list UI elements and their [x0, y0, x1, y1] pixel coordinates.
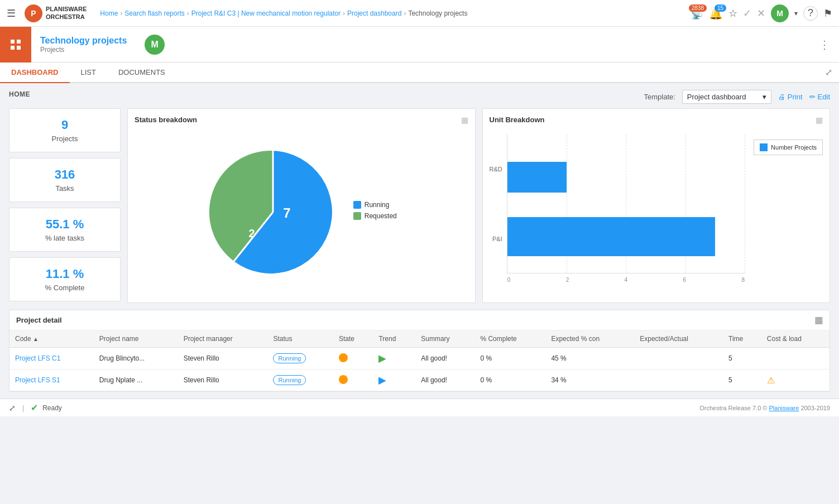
table-row: Project LFS C1 Drug Blincyto... Steven R… [9, 348, 830, 369]
project-detail-menu[interactable]: ▦ [814, 315, 823, 325]
row1-code-link[interactable]: Project LFS C1 [15, 354, 60, 362]
bar-rd [507, 162, 567, 193]
notifications-btn[interactable]: 📡 2838 [689, 7, 703, 20]
row1-time: 5 [723, 348, 761, 369]
stat-projects-label: Projects [18, 135, 111, 143]
row1-status: Running [267, 348, 333, 369]
th-code[interactable]: Code ▲ [9, 330, 94, 348]
more-options-btn[interactable]: ⋮ [819, 38, 830, 51]
row1-manager: Steven Rillo [178, 348, 268, 369]
th-expected-con[interactable]: Expected % con [545, 330, 634, 348]
row2-time: 5 [723, 369, 761, 391]
alerts-badge: 15 [715, 4, 726, 12]
planisware-link[interactable]: Planisware [769, 405, 799, 411]
breadcrumb-search[interactable]: Search flash reports [124, 9, 184, 17]
breadcrumb-dashboard[interactable]: Project dashboard [347, 9, 401, 17]
pie-legend: Running Requested [353, 201, 397, 223]
th-state[interactable]: State [333, 330, 373, 348]
star-icon[interactable]: ☆ [728, 7, 737, 20]
print-btn[interactable]: 🖨 Print [778, 93, 803, 101]
stat-late-label: % late tasks [18, 234, 111, 242]
stat-tasks-label: Tasks [18, 184, 111, 193]
flag-icon[interactable]: ⚑ [823, 7, 832, 20]
breadcrumb-current: Technology projects [408, 9, 467, 17]
row1-summary: All good! [415, 348, 474, 369]
th-trend[interactable]: Trend [373, 330, 415, 348]
th-time[interactable]: Time [723, 330, 761, 348]
bar-chart-area: R&D P&I 0 2 [490, 128, 823, 285]
ready-icon: ✔ [31, 402, 38, 413]
th-complete[interactable]: % Complete [474, 330, 545, 348]
check-icon[interactable]: ✓ [743, 7, 751, 20]
alerts-btn[interactable]: 🔔 15 [709, 7, 723, 20]
bottom-bar: ⤢ | ✔ Ready Orchestra Release 7.0 © Plan… [0, 399, 839, 416]
row2-status-badge: Running [273, 375, 306, 385]
row2-state [333, 369, 373, 391]
status-breakdown-menu[interactable]: ▦ [461, 116, 468, 124]
legend-running: Running [353, 201, 397, 209]
row1-expected-actual [634, 348, 723, 369]
tab-documents[interactable]: DOCUMENTS [107, 63, 176, 83]
bar-pi [507, 217, 715, 256]
avatar[interactable]: M [771, 4, 789, 22]
stats-column: 9 Projects 316 Tasks 55.1 % % late tasks… [9, 108, 121, 303]
section-subtitle: Projects [40, 46, 127, 54]
row2-project-name: Drug Nplate ... [94, 369, 178, 391]
project-detail-title: Project detail [16, 316, 62, 324]
bar-label-rd: R&D [490, 166, 502, 172]
edit-btn[interactable]: ✏ Edit [809, 93, 830, 101]
row1-status-badge: Running [273, 353, 306, 363]
ready-label: Ready [42, 404, 62, 412]
legend-requested-dot [353, 212, 361, 220]
th-expected-actual[interactable]: Expected/Actual [634, 330, 723, 348]
th-cost-load[interactable]: Cost & load [761, 330, 830, 348]
logo-icon: P [25, 4, 42, 22]
template-dropdown-icon: ▾ [763, 93, 766, 101]
row1-trend-icon: ▶ [378, 353, 386, 364]
th-status[interactable]: Status [267, 330, 333, 348]
section-title: Technology projects [40, 36, 127, 46]
unit-breakdown-chart: Unit Breakdown ▦ R&D P&I [482, 108, 831, 303]
home-label: HOME [9, 90, 30, 98]
logo-area: P PLANISWAREORCHESTRA [25, 4, 87, 22]
menu-icon[interactable]: ☰ [7, 7, 16, 20]
th-manager[interactable]: Project manager [178, 330, 268, 348]
row1-complete: 0 % [474, 348, 545, 369]
stat-late: 55.1 % % late tasks [9, 208, 121, 252]
row2-code-link[interactable]: Project LFS S1 [15, 376, 60, 384]
bottom-expand-icon[interactable]: ⤢ [9, 404, 16, 412]
template-select[interactable]: Project dashboard ▾ [682, 90, 771, 104]
grid-line-8 [745, 134, 745, 273]
row1-project-name: Drug Blincyto... [94, 348, 178, 369]
th-project-name[interactable]: Project name [94, 330, 178, 348]
tab-list[interactable]: LIST [70, 63, 107, 83]
tab-dashboard[interactable]: DASHBOARD [0, 63, 70, 83]
th-summary[interactable]: Summary [415, 330, 474, 348]
legend-requested-label: Requested [365, 212, 397, 220]
avatar-dropdown[interactable]: ▾ [794, 9, 798, 17]
table-row: Project LFS S1 Drug Nplate ... Steven Ri… [9, 369, 830, 391]
copyright: Orchestra Release 7.0 © Planisware 2003-… [699, 405, 830, 411]
help-icon[interactable]: ? [803, 6, 818, 21]
close-icon[interactable]: ✕ [757, 7, 765, 20]
sep1: › [120, 9, 122, 17]
pie-container: 7 2 Running Requested [206, 145, 397, 279]
stat-complete-label: % Complete [18, 284, 111, 292]
row1-trend: ▶ [373, 348, 415, 369]
row2-trend-icon: ▶ [378, 375, 386, 386]
stat-projects-value: 9 [18, 118, 111, 132]
row1-cost-load [761, 348, 830, 369]
breadcrumb-project[interactable]: Project R&I C3 | New mechanical motion r… [191, 9, 341, 17]
table-wrap: Code ▲ Project name Project manager Stat… [9, 330, 830, 391]
section-icon [0, 27, 31, 63]
unit-breakdown-menu[interactable]: ▦ [816, 116, 823, 124]
section-header: Technology projects Projects M ⋮ [0, 27, 839, 63]
project-detail-card: Project detail ▦ Code ▲ Project name Pro… [9, 310, 830, 392]
breadcrumb-home[interactable]: Home [100, 9, 118, 17]
x-label-2: 2 [566, 277, 569, 283]
expand-icon[interactable]: ⤢ [825, 67, 832, 78]
row2-manager: Steven Rillo [178, 369, 268, 391]
template-label: Template: [644, 93, 675, 101]
stat-complete-value: 11.1 % [18, 267, 111, 281]
row2-cost-load: ⚠ [761, 369, 830, 391]
